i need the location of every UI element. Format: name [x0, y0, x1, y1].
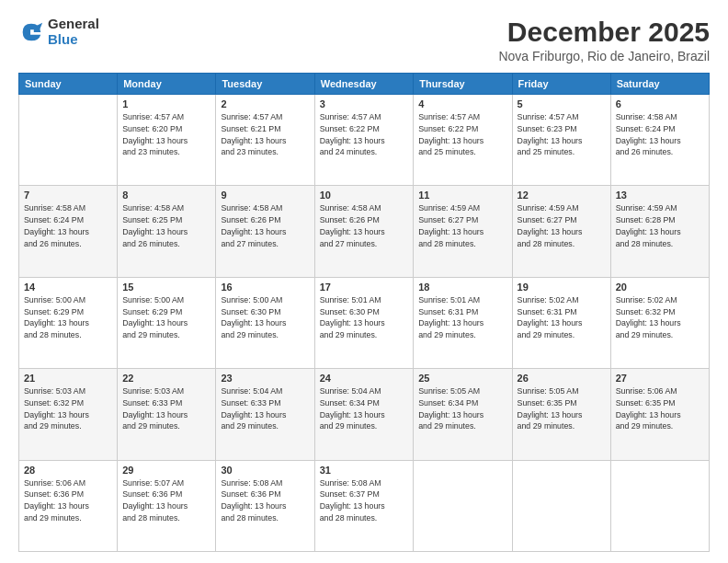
day-info: Sunrise: 4:58 AMSunset: 6:25 PMDaylight:…	[122, 202, 210, 249]
day-number: 3	[320, 98, 409, 109]
calendar-week-row: 14Sunrise: 5:00 AMSunset: 6:29 PMDayligh…	[19, 277, 710, 368]
day-info-line: and 28 minutes.	[320, 512, 409, 524]
day-info-line: Sunset: 6:36 PM	[122, 488, 210, 500]
table-row: 7Sunrise: 4:58 AMSunset: 6:24 PMDaylight…	[19, 186, 118, 277]
day-info-line: Sunrise: 4:59 AM	[616, 202, 704, 214]
day-info-line: Sunrise: 5:06 AM	[24, 477, 112, 489]
day-number: 26	[518, 373, 606, 384]
day-info: Sunrise: 4:58 AMSunset: 6:24 PMDaylight:…	[616, 111, 704, 158]
day-info-line: Sunrise: 4:57 AM	[518, 111, 606, 123]
header-saturday: Saturday	[610, 74, 709, 95]
table-row	[19, 95, 118, 186]
day-info-line: Sunrise: 4:58 AM	[122, 202, 210, 214]
table-row: 26Sunrise: 5:05 AMSunset: 6:35 PMDayligh…	[512, 369, 610, 460]
table-row: 19Sunrise: 5:02 AMSunset: 6:31 PMDayligh…	[512, 277, 610, 368]
day-number: 15	[122, 282, 210, 293]
day-info-line: Sunrise: 5:05 AM	[518, 385, 606, 397]
day-info-line: and 29 minutes.	[616, 420, 704, 432]
day-info-line: and 29 minutes.	[320, 420, 409, 432]
day-info-line: and 29 minutes.	[616, 329, 704, 341]
calendar-week-row: 7Sunrise: 4:58 AMSunset: 6:24 PMDaylight…	[19, 186, 710, 277]
table-row: 16Sunrise: 5:00 AMSunset: 6:30 PMDayligh…	[216, 277, 314, 368]
day-info-line: and 28 minutes.	[221, 512, 309, 524]
day-info-line: Sunset: 6:27 PM	[418, 214, 506, 226]
day-info-line: Daylight: 13 hours	[320, 226, 409, 238]
table-row: 11Sunrise: 4:59 AMSunset: 6:27 PMDayligh…	[414, 186, 512, 277]
day-info-line: Daylight: 13 hours	[24, 226, 112, 238]
logo-icon	[18, 19, 44, 45]
calendar-week-row: 28Sunrise: 5:06 AMSunset: 6:36 PMDayligh…	[19, 460, 710, 551]
day-info-line: Daylight: 13 hours	[221, 500, 309, 512]
day-info-line: and 28 minutes.	[122, 512, 210, 524]
day-info-line: Sunset: 6:22 PM	[418, 123, 506, 135]
day-info-line: Sunrise: 4:59 AM	[518, 202, 606, 214]
day-info-line: Sunrise: 4:58 AM	[320, 202, 409, 214]
subtitle: Nova Friburgo, Rio de Janeiro, Brazil	[498, 49, 710, 63]
day-info-line: Sunset: 6:32 PM	[616, 306, 704, 318]
day-info-line: Daylight: 13 hours	[122, 226, 210, 238]
day-number: 18	[418, 282, 506, 293]
day-number: 20	[616, 282, 704, 293]
table-row: 9Sunrise: 4:58 AMSunset: 6:26 PMDaylight…	[216, 186, 314, 277]
day-info: Sunrise: 4:57 AMSunset: 6:22 PMDaylight:…	[320, 111, 409, 158]
day-number: 30	[221, 465, 309, 476]
day-info-line: Sunset: 6:33 PM	[122, 397, 210, 409]
day-info-line: Daylight: 13 hours	[616, 317, 704, 329]
day-number: 17	[320, 282, 409, 293]
day-info-line: and 29 minutes.	[418, 420, 506, 432]
day-info-line: Sunset: 6:22 PM	[320, 123, 409, 135]
table-row: 12Sunrise: 4:59 AMSunset: 6:27 PMDayligh…	[512, 186, 610, 277]
day-info: Sunrise: 5:06 AMSunset: 6:35 PMDaylight:…	[616, 385, 704, 432]
header-monday: Monday	[118, 74, 216, 95]
day-info: Sunrise: 4:59 AMSunset: 6:28 PMDaylight:…	[616, 202, 704, 249]
day-info: Sunrise: 5:05 AMSunset: 6:35 PMDaylight:…	[518, 385, 606, 432]
day-number: 14	[24, 282, 112, 293]
day-info-line: Sunset: 6:24 PM	[616, 123, 704, 135]
day-number: 5	[518, 98, 606, 109]
day-info-line: Sunset: 6:34 PM	[418, 397, 506, 409]
day-info: Sunrise: 4:58 AMSunset: 6:26 PMDaylight:…	[320, 202, 409, 249]
logo-blue-text: Blue	[48, 32, 99, 48]
day-info-line: Sunset: 6:20 PM	[122, 123, 210, 135]
calendar-week-row: 1Sunrise: 4:57 AMSunset: 6:20 PMDaylight…	[19, 95, 710, 186]
day-info-line: Sunset: 6:36 PM	[221, 488, 309, 500]
day-info-line: Sunrise: 4:57 AM	[122, 111, 210, 123]
day-info-line: Daylight: 13 hours	[418, 409, 506, 421]
day-info: Sunrise: 5:01 AMSunset: 6:31 PMDaylight:…	[418, 294, 506, 341]
day-info-line: Daylight: 13 hours	[518, 409, 606, 421]
table-row: 17Sunrise: 5:01 AMSunset: 6:30 PMDayligh…	[314, 277, 414, 368]
day-info-line: Daylight: 13 hours	[221, 226, 309, 238]
table-row: 30Sunrise: 5:08 AMSunset: 6:36 PMDayligh…	[216, 460, 314, 551]
table-row: 20Sunrise: 5:02 AMSunset: 6:32 PMDayligh…	[610, 277, 709, 368]
day-info-line: Sunrise: 5:01 AM	[418, 294, 506, 306]
day-info-line: Daylight: 13 hours	[418, 226, 506, 238]
day-info-line: Sunset: 6:27 PM	[518, 214, 606, 226]
day-info-line: and 28 minutes.	[24, 329, 112, 341]
header-tuesday: Tuesday	[216, 74, 314, 95]
day-info-line: and 25 minutes.	[418, 146, 506, 158]
day-info-line: Daylight: 13 hours	[221, 135, 309, 147]
day-info-line: Daylight: 13 hours	[320, 409, 409, 421]
table-row: 24Sunrise: 5:04 AMSunset: 6:34 PMDayligh…	[314, 369, 414, 460]
day-info-line: and 29 minutes.	[221, 420, 309, 432]
day-info-line: Sunset: 6:24 PM	[24, 214, 112, 226]
day-info-line: Daylight: 13 hours	[24, 500, 112, 512]
day-info: Sunrise: 5:08 AMSunset: 6:36 PMDaylight:…	[221, 477, 309, 524]
day-info-line: Daylight: 13 hours	[221, 317, 309, 329]
day-info-line: Sunset: 6:32 PM	[24, 397, 112, 409]
day-info-line: Sunrise: 4:59 AM	[418, 202, 506, 214]
header-sunday: Sunday	[19, 74, 118, 95]
day-info-line: and 29 minutes.	[24, 512, 112, 524]
day-info-line: and 29 minutes.	[122, 329, 210, 341]
title-section: December 2025 Nova Friburgo, Rio de Jane…	[498, 17, 710, 63]
day-info: Sunrise: 5:06 AMSunset: 6:36 PMDaylight:…	[24, 477, 112, 524]
day-number: 21	[24, 373, 112, 384]
day-number: 10	[320, 190, 409, 201]
table-row: 18Sunrise: 5:01 AMSunset: 6:31 PMDayligh…	[414, 277, 512, 368]
day-info-line: Sunrise: 5:00 AM	[24, 294, 112, 306]
table-row: 1Sunrise: 4:57 AMSunset: 6:20 PMDaylight…	[118, 95, 216, 186]
table-row: 2Sunrise: 4:57 AMSunset: 6:21 PMDaylight…	[216, 95, 314, 186]
day-info-line: Daylight: 13 hours	[518, 226, 606, 238]
day-info-line: Sunrise: 5:01 AM	[320, 294, 409, 306]
day-info-line: Daylight: 13 hours	[518, 317, 606, 329]
